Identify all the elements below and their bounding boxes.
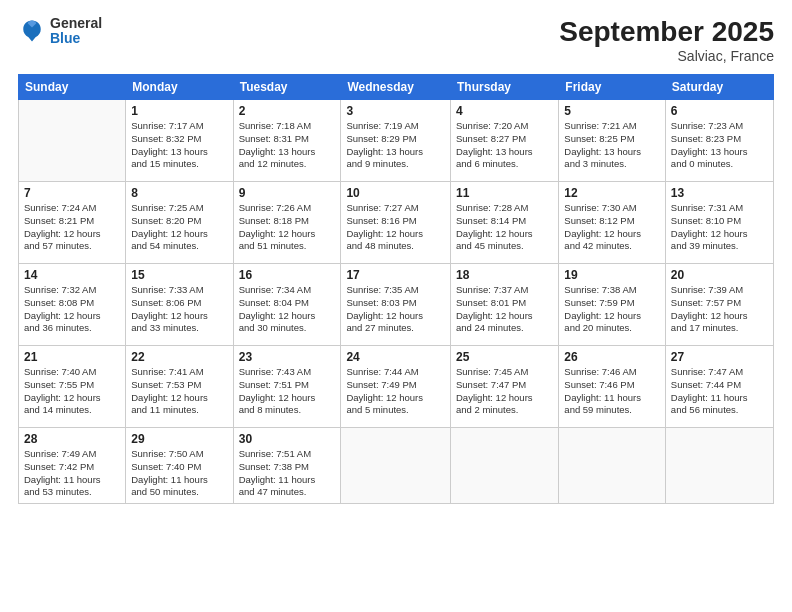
day-info: Sunrise: 7:47 AM Sunset: 7:44 PM Dayligh… bbox=[671, 366, 768, 417]
day-cell: 8Sunrise: 7:25 AM Sunset: 8:20 PM Daylig… bbox=[126, 182, 233, 264]
day-number: 9 bbox=[239, 186, 336, 200]
day-cell: 16Sunrise: 7:34 AM Sunset: 8:04 PM Dayli… bbox=[233, 264, 341, 346]
day-number: 30 bbox=[239, 432, 336, 446]
logo-blue: Blue bbox=[50, 31, 102, 46]
day-cell: 21Sunrise: 7:40 AM Sunset: 7:55 PM Dayli… bbox=[19, 346, 126, 428]
day-cell: 28Sunrise: 7:49 AM Sunset: 7:42 PM Dayli… bbox=[19, 428, 126, 504]
day-number: 21 bbox=[24, 350, 120, 364]
header-saturday: Saturday bbox=[665, 75, 773, 100]
day-cell: 5Sunrise: 7:21 AM Sunset: 8:25 PM Daylig… bbox=[559, 100, 666, 182]
day-info: Sunrise: 7:27 AM Sunset: 8:16 PM Dayligh… bbox=[346, 202, 445, 253]
day-info: Sunrise: 7:34 AM Sunset: 8:04 PM Dayligh… bbox=[239, 284, 336, 335]
day-cell: 26Sunrise: 7:46 AM Sunset: 7:46 PM Dayli… bbox=[559, 346, 666, 428]
day-number: 5 bbox=[564, 104, 660, 118]
day-number: 28 bbox=[24, 432, 120, 446]
day-number: 12 bbox=[564, 186, 660, 200]
day-cell bbox=[451, 428, 559, 504]
day-number: 3 bbox=[346, 104, 445, 118]
day-number: 15 bbox=[131, 268, 227, 282]
header-row: Sunday Monday Tuesday Wednesday Thursday… bbox=[19, 75, 774, 100]
day-info: Sunrise: 7:40 AM Sunset: 7:55 PM Dayligh… bbox=[24, 366, 120, 417]
day-number: 25 bbox=[456, 350, 553, 364]
day-cell: 7Sunrise: 7:24 AM Sunset: 8:21 PM Daylig… bbox=[19, 182, 126, 264]
week-row-1: 1Sunrise: 7:17 AM Sunset: 8:32 PM Daylig… bbox=[19, 100, 774, 182]
calendar-title: September 2025 bbox=[559, 16, 774, 48]
day-cell: 1Sunrise: 7:17 AM Sunset: 8:32 PM Daylig… bbox=[126, 100, 233, 182]
day-number: 24 bbox=[346, 350, 445, 364]
day-number: 23 bbox=[239, 350, 336, 364]
day-cell: 2Sunrise: 7:18 AM Sunset: 8:31 PM Daylig… bbox=[233, 100, 341, 182]
day-info: Sunrise: 7:30 AM Sunset: 8:12 PM Dayligh… bbox=[564, 202, 660, 253]
day-cell bbox=[559, 428, 666, 504]
page: General Blue September 2025 Salviac, Fra… bbox=[0, 0, 792, 612]
day-number: 10 bbox=[346, 186, 445, 200]
week-row-4: 21Sunrise: 7:40 AM Sunset: 7:55 PM Dayli… bbox=[19, 346, 774, 428]
day-number: 1 bbox=[131, 104, 227, 118]
day-cell: 22Sunrise: 7:41 AM Sunset: 7:53 PM Dayli… bbox=[126, 346, 233, 428]
day-number: 18 bbox=[456, 268, 553, 282]
day-info: Sunrise: 7:20 AM Sunset: 8:27 PM Dayligh… bbox=[456, 120, 553, 171]
day-cell: 17Sunrise: 7:35 AM Sunset: 8:03 PM Dayli… bbox=[341, 264, 451, 346]
day-cell: 30Sunrise: 7:51 AM Sunset: 7:38 PM Dayli… bbox=[233, 428, 341, 504]
day-number: 27 bbox=[671, 350, 768, 364]
day-number: 20 bbox=[671, 268, 768, 282]
day-cell: 10Sunrise: 7:27 AM Sunset: 8:16 PM Dayli… bbox=[341, 182, 451, 264]
calendar-table: Sunday Monday Tuesday Wednesday Thursday… bbox=[18, 74, 774, 504]
day-cell: 6Sunrise: 7:23 AM Sunset: 8:23 PM Daylig… bbox=[665, 100, 773, 182]
day-cell: 9Sunrise: 7:26 AM Sunset: 8:18 PM Daylig… bbox=[233, 182, 341, 264]
day-info: Sunrise: 7:32 AM Sunset: 8:08 PM Dayligh… bbox=[24, 284, 120, 335]
week-row-2: 7Sunrise: 7:24 AM Sunset: 8:21 PM Daylig… bbox=[19, 182, 774, 264]
day-number: 26 bbox=[564, 350, 660, 364]
day-cell: 20Sunrise: 7:39 AM Sunset: 7:57 PM Dayli… bbox=[665, 264, 773, 346]
day-info: Sunrise: 7:50 AM Sunset: 7:40 PM Dayligh… bbox=[131, 448, 227, 499]
day-info: Sunrise: 7:18 AM Sunset: 8:31 PM Dayligh… bbox=[239, 120, 336, 171]
day-cell: 29Sunrise: 7:50 AM Sunset: 7:40 PM Dayli… bbox=[126, 428, 233, 504]
header: General Blue September 2025 Salviac, Fra… bbox=[18, 16, 774, 64]
day-cell: 18Sunrise: 7:37 AM Sunset: 8:01 PM Dayli… bbox=[451, 264, 559, 346]
day-cell: 4Sunrise: 7:20 AM Sunset: 8:27 PM Daylig… bbox=[451, 100, 559, 182]
logo: General Blue bbox=[18, 16, 102, 47]
day-cell: 24Sunrise: 7:44 AM Sunset: 7:49 PM Dayli… bbox=[341, 346, 451, 428]
day-info: Sunrise: 7:23 AM Sunset: 8:23 PM Dayligh… bbox=[671, 120, 768, 171]
week-row-5: 28Sunrise: 7:49 AM Sunset: 7:42 PM Dayli… bbox=[19, 428, 774, 504]
day-info: Sunrise: 7:31 AM Sunset: 8:10 PM Dayligh… bbox=[671, 202, 768, 253]
day-info: Sunrise: 7:19 AM Sunset: 8:29 PM Dayligh… bbox=[346, 120, 445, 171]
day-info: Sunrise: 7:49 AM Sunset: 7:42 PM Dayligh… bbox=[24, 448, 120, 499]
header-wednesday: Wednesday bbox=[341, 75, 451, 100]
day-number: 22 bbox=[131, 350, 227, 364]
day-info: Sunrise: 7:25 AM Sunset: 8:20 PM Dayligh… bbox=[131, 202, 227, 253]
day-info: Sunrise: 7:33 AM Sunset: 8:06 PM Dayligh… bbox=[131, 284, 227, 335]
day-cell bbox=[665, 428, 773, 504]
day-info: Sunrise: 7:35 AM Sunset: 8:03 PM Dayligh… bbox=[346, 284, 445, 335]
calendar-header: Sunday Monday Tuesday Wednesday Thursday… bbox=[19, 75, 774, 100]
day-info: Sunrise: 7:51 AM Sunset: 7:38 PM Dayligh… bbox=[239, 448, 336, 499]
day-number: 19 bbox=[564, 268, 660, 282]
day-cell: 11Sunrise: 7:28 AM Sunset: 8:14 PM Dayli… bbox=[451, 182, 559, 264]
day-cell: 3Sunrise: 7:19 AM Sunset: 8:29 PM Daylig… bbox=[341, 100, 451, 182]
day-number: 29 bbox=[131, 432, 227, 446]
day-info: Sunrise: 7:44 AM Sunset: 7:49 PM Dayligh… bbox=[346, 366, 445, 417]
day-number: 14 bbox=[24, 268, 120, 282]
day-number: 8 bbox=[131, 186, 227, 200]
day-info: Sunrise: 7:21 AM Sunset: 8:25 PM Dayligh… bbox=[564, 120, 660, 171]
day-info: Sunrise: 7:38 AM Sunset: 7:59 PM Dayligh… bbox=[564, 284, 660, 335]
day-info: Sunrise: 7:24 AM Sunset: 8:21 PM Dayligh… bbox=[24, 202, 120, 253]
day-number: 6 bbox=[671, 104, 768, 118]
header-monday: Monday bbox=[126, 75, 233, 100]
day-info: Sunrise: 7:26 AM Sunset: 8:18 PM Dayligh… bbox=[239, 202, 336, 253]
day-cell bbox=[19, 100, 126, 182]
calendar-subtitle: Salviac, France bbox=[559, 48, 774, 64]
header-friday: Friday bbox=[559, 75, 666, 100]
day-info: Sunrise: 7:45 AM Sunset: 7:47 PM Dayligh… bbox=[456, 366, 553, 417]
day-cell: 19Sunrise: 7:38 AM Sunset: 7:59 PM Dayli… bbox=[559, 264, 666, 346]
day-info: Sunrise: 7:28 AM Sunset: 8:14 PM Dayligh… bbox=[456, 202, 553, 253]
day-cell bbox=[341, 428, 451, 504]
day-cell: 12Sunrise: 7:30 AM Sunset: 8:12 PM Dayli… bbox=[559, 182, 666, 264]
calendar-body: 1Sunrise: 7:17 AM Sunset: 8:32 PM Daylig… bbox=[19, 100, 774, 504]
day-number: 4 bbox=[456, 104, 553, 118]
week-row-3: 14Sunrise: 7:32 AM Sunset: 8:08 PM Dayli… bbox=[19, 264, 774, 346]
day-number: 2 bbox=[239, 104, 336, 118]
day-info: Sunrise: 7:41 AM Sunset: 7:53 PM Dayligh… bbox=[131, 366, 227, 417]
day-info: Sunrise: 7:43 AM Sunset: 7:51 PM Dayligh… bbox=[239, 366, 336, 417]
header-sunday: Sunday bbox=[19, 75, 126, 100]
